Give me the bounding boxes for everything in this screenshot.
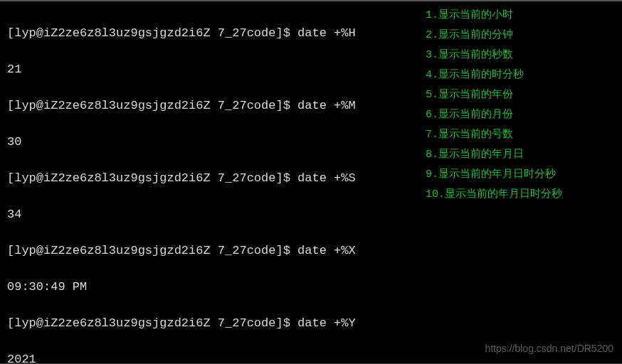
annotation-item: 10.显示当前的年月日时分秒 — [426, 185, 618, 205]
shell-prompt: [lyp@iZ2ze6z8l3uz9gsjgzd2i6Z 7_27code]$ — [7, 99, 297, 112]
watermark-text: https://blog.csdn.net/DR5200 — [485, 340, 613, 358]
shell-prompt: [lyp@iZ2ze6z8l3uz9gsjgzd2i6Z 7_27code]$ — [7, 244, 297, 257]
annotation-item: 1.显示当前的小时 — [426, 6, 618, 26]
command-text: date +%Y — [297, 316, 356, 330]
command-text: date +%H — [297, 26, 356, 40]
shell-prompt: [lyp@iZ2ze6z8l3uz9gsjgzd2i6Z 7_27code]$ — [7, 316, 297, 330]
annotation-item: 9.显示当前的年月日时分秒 — [426, 165, 618, 185]
annotation-item: 4.显示当前的时分秒 — [426, 65, 618, 85]
annotation-item: 6.显示当前的月份 — [426, 105, 618, 125]
command-output: 34 — [7, 205, 615, 224]
annotation-item: 5.显示当前的年份 — [426, 85, 618, 105]
command-text: date +%M — [297, 99, 356, 112]
command-text: date +%X — [297, 244, 356, 257]
shell-prompt: [lyp@iZ2ze6z8l3uz9gsjgzd2i6Z 7_27code]$ — [7, 26, 297, 40]
command-output: 09:30:49 PM — [7, 278, 615, 296]
shell-prompt: [lyp@iZ2ze6z8l3uz9gsjgzd2i6Z 7_27code]$ — [7, 171, 297, 185]
annotation-item: 7.显示当前的号数 — [426, 125, 618, 145]
annotation-item: 2.显示当前的分钟 — [426, 26, 618, 46]
command-text: date +%S — [297, 171, 356, 185]
annotation-item: 8.显示当前的年月日 — [426, 145, 618, 165]
annotation-item: 3.显示当前的秒数 — [426, 46, 618, 65]
annotation-list: 1.显示当前的小时 2.显示当前的分钟 3.显示当前的秒数 4.显示当前的时分秒… — [426, 6, 618, 205]
